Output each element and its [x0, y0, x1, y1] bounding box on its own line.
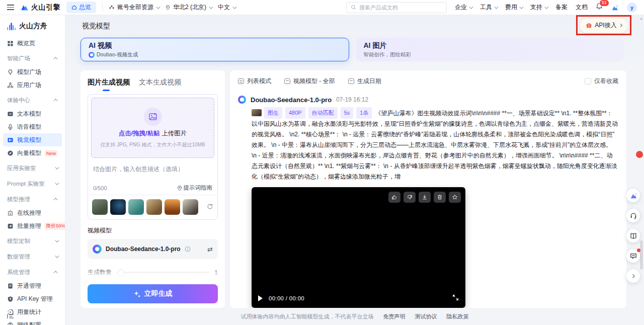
creative-description-input[interactable] — [93, 165, 212, 182]
disclaimer-link[interactable]: 免责声明 — [383, 313, 405, 319]
delete-button[interactable] — [434, 192, 446, 203]
ai-assistant-button[interactable] — [626, 189, 640, 202]
sidebar-group-model-inference[interactable]: 模型推理 — [3, 192, 62, 206]
sidebar-item-vision-model[interactable]: 视觉模型 — [3, 133, 62, 146]
sidebar-group-experience-center[interactable]: 体验中心 — [3, 93, 62, 107]
fullscreen-button[interactable] — [452, 294, 459, 303]
sidebar-group-smart-plaza[interactable]: 智能广场 — [3, 51, 62, 65]
favorites-only-toggle[interactable]: 仅看收藏 — [585, 77, 618, 86]
generate-now-button[interactable]: 立即生成 — [88, 284, 218, 303]
sample-image-underwater-diver[interactable] — [110, 199, 126, 215]
feedback-button[interactable] — [626, 249, 640, 263]
notifications-button[interactable]: 51 — [596, 3, 603, 12]
quantity-slider[interactable] — [117, 272, 209, 273]
menu-enterprise[interactable]: 企业 — [455, 3, 472, 12]
video-player[interactable]: 00:00 / 00:00 — [252, 187, 465, 308]
sidebar-item-overview[interactable]: 概览页 — [3, 37, 62, 50]
sidebar-group-data-management[interactable]: 数据管理 — [3, 250, 62, 264]
menu-support[interactable]: 支持 — [530, 3, 547, 12]
sidebar-item-activation-management[interactable]: 开通管理 — [3, 279, 62, 292]
api-access-button[interactable]: API接入 — [580, 18, 627, 33]
chevron-down-icon — [55, 238, 59, 242]
ark-brand[interactable]: 火山方舟 — [0, 15, 65, 36]
expand-toolbar-button[interactable] — [626, 269, 640, 283]
region-selector[interactable]: 华北2 (北京) — [165, 3, 212, 12]
generation-date-filter[interactable]: 生成日期 — [348, 77, 381, 86]
chevron-down-icon — [544, 5, 548, 9]
floating-toolbar — [626, 189, 640, 283]
volcengine-logo[interactable]: 火山引擎 — [20, 3, 60, 12]
sidebar-group-system-management[interactable]: 系统管理 — [3, 265, 62, 279]
sidebar-item-app-plaza[interactable]: 应用广场 — [3, 78, 62, 92]
sidebar-item-text-model[interactable]: 文本模型 — [3, 107, 62, 120]
slider-handle[interactable] — [118, 269, 124, 276]
play-button[interactable] — [258, 295, 263, 301]
test-agreement-link[interactable]: 测试协议 — [415, 313, 437, 319]
sidebar-group-app-lab[interactable]: 应用实验室 — [3, 161, 62, 175]
sidebar-item-online-inference[interactable]: 在线推理 — [3, 206, 62, 219]
scroll-up-arrow[interactable]: ▲ — [639, 17, 643, 20]
ai-image-card[interactable]: AI 图片 智能创作，图绘精彩 — [356, 38, 624, 61]
hamburger-menu-icon[interactable] — [7, 5, 14, 10]
info-icon[interactable] — [185, 246, 191, 252]
sidebar-item-api-key-management[interactable]: API Key 管理 — [3, 292, 62, 305]
menu-docs[interactable]: 文档 — [576, 3, 588, 12]
sidebar-item-model-plaza[interactable]: 模型广场 — [3, 65, 62, 78]
documentation-button[interactable] — [626, 229, 640, 242]
thumbs-down-button[interactable] — [404, 192, 416, 203]
sidebar-group-model-customization[interactable]: 模型定制 — [3, 234, 62, 248]
list-mode-filter[interactable]: 列表模式 — [238, 77, 271, 86]
menu-billing[interactable]: 费用 — [505, 3, 522, 12]
download-button[interactable] — [419, 192, 431, 203]
search-input[interactable] — [359, 5, 435, 11]
apps-icon — [7, 82, 14, 89]
sample-image-cliff-waterfall[interactable] — [92, 199, 108, 215]
prompt-guide-link[interactable]: 提示词指南 — [177, 184, 213, 192]
customer-service-button[interactable] — [626, 209, 640, 222]
results-panel: 列表模式 视频模型 - 全部 生成日期 仅看收藏 Doub — [230, 70, 626, 308]
video-model-filter[interactable]: 视频模型 - 全部 — [284, 77, 335, 86]
sidebar-item-batch-inference[interactable]: 批量推理 降价50% — [3, 219, 62, 232]
image-upload-dropzone[interactable]: 点击/拖拽/粘贴 上传图片 仅支持 JPG, PNG 格式，文件大小不超过10M… — [91, 98, 214, 158]
sidebar-group-prompt-lab[interactable]: Prompt 实验室 — [3, 177, 62, 191]
sample-image-cat-in-room[interactable] — [146, 199, 162, 215]
tab-text-to-video[interactable]: 文本生成视频 — [139, 78, 181, 91]
menu-filing[interactable]: 备案 — [555, 3, 568, 12]
favorites-checkbox[interactable] — [585, 78, 591, 85]
sample-image-cat-at-desk[interactable] — [183, 199, 198, 215]
language-selector[interactable]: 中文 — [218, 3, 235, 12]
source-image-thumbnail[interactable] — [252, 109, 262, 116]
sample-images-row — [88, 195, 217, 219]
sidebar-item-vector-model[interactable]: 向量模型 New — [3, 146, 62, 159]
product-search[interactable] — [346, 2, 447, 13]
scrollbar-thumb[interactable] — [640, 240, 643, 270]
ai-image-subtitle: 智能创作，图绘精彩 — [364, 51, 412, 58]
sidebar-collapse-button[interactable] — [7, 312, 14, 321]
generation-record: Doubao-Seedance-1.0-pro 07-19 16:12 图生48… — [238, 96, 618, 308]
sidebar-item-speech-model[interactable]: 语音模型 — [3, 120, 62, 133]
date-filter-icon — [348, 78, 354, 84]
shield-key-icon — [7, 296, 14, 302]
user-avatar[interactable]: y — [627, 3, 637, 13]
menu-tools[interactable]: 工具 — [480, 3, 497, 12]
favorite-button[interactable] — [449, 192, 461, 203]
sample-image-surfing-wave[interactable] — [128, 199, 144, 215]
sidebar: 火山方舟 概览页 智能广场 模型广场 应用广场 体验中心 文本模型 语音模型 — [0, 15, 65, 325]
generate-now-label: 立即生成 — [144, 289, 173, 298]
doubao-logo-icon — [89, 52, 95, 58]
overview-nav-pill[interactable]: 总览 — [66, 2, 96, 13]
menu-label: 文档 — [576, 3, 588, 12]
privacy-policy-link[interactable]: 隐私政策 — [447, 313, 469, 319]
upgrade-mountain-icon[interactable] — [611, 4, 619, 11]
tab-image-to-video[interactable]: 图片生成视频 — [88, 78, 130, 91]
thumbs-up-button[interactable] — [388, 192, 400, 203]
model-selector[interactable]: Doubao-Seedance-1.0-pro ⇄ — [88, 239, 218, 259]
video-model-section-label: 视频模型 — [88, 226, 218, 235]
ark-logo-icon — [7, 23, 16, 30]
selected-model-name: Doubao-Seedance-1.0-pro — [106, 246, 181, 253]
switch-model-icon[interactable]: ⇄ — [207, 246, 213, 253]
account-resources-selector[interactable]: 账号全部资源 — [109, 3, 159, 12]
refresh-samples-button[interactable] — [207, 203, 213, 212]
ai-video-card[interactable]: AI 视频 Doubao-视频生成 — [80, 38, 349, 61]
sample-image-savanna-sunset[interactable] — [165, 199, 180, 215]
